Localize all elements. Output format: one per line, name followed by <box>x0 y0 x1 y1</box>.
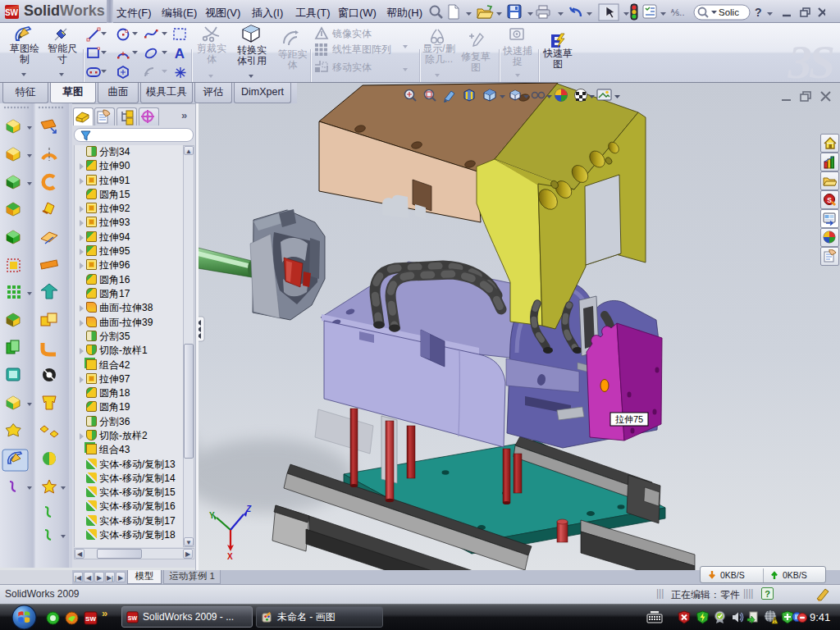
svg-text:SW: SW <box>5 8 19 17</box>
svg-text:A: A <box>175 46 185 62</box>
svg-text:SW: SW <box>128 615 138 621</box>
svg-text:?: ? <box>755 6 762 19</box>
svg-text:Solic: Solic <box>719 7 739 17</box>
svg-text:⅍..: ⅍.. <box>670 7 684 17</box>
svg-text:X: X <box>227 552 233 561</box>
svg-text:Z: Z <box>245 504 252 514</box>
svg-text:拉伸75: 拉伸75 <box>615 414 643 424</box>
svg-text:Y: Y <box>209 511 215 520</box>
svg-text:!: ! <box>774 618 775 623</box>
svg-text:SW: SW <box>85 615 96 623</box>
